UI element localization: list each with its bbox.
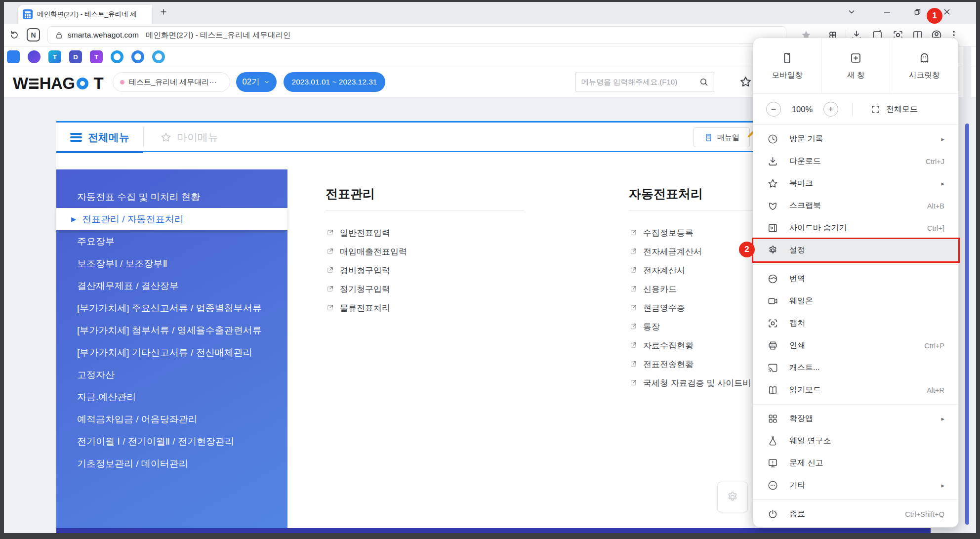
manual-doc-icon bbox=[704, 133, 713, 142]
sidebar-item[interactable]: ▶ 결산재무제표 / 결산장부 bbox=[56, 275, 287, 297]
tab-title-fade bbox=[137, 5, 152, 24]
reload-icon[interactable] bbox=[9, 29, 20, 40]
menu-group-1: 방문 기록 ▸ 다운로드 Ctrl+J ▸ 북마크 ▸ bbox=[753, 125, 958, 264]
browser-menu-item[interactable]: 사이드바 숨기기 Ctrl+] ▸ bbox=[753, 217, 958, 239]
menu-link-item[interactable]: 물류전표처리 bbox=[326, 298, 524, 317]
external-link-icon bbox=[326, 228, 334, 237]
menu-item-label: 종료 bbox=[789, 509, 905, 519]
submenu-arrow-icon: ▸ bbox=[941, 415, 944, 422]
menu-item-icon bbox=[767, 340, 778, 351]
browser-menu-item[interactable]: 기타 ▸ bbox=[753, 474, 958, 497]
menu-item-icon bbox=[767, 156, 778, 167]
menu-item-label: 설정 bbox=[789, 245, 944, 255]
page-settings-float-button[interactable] bbox=[717, 482, 748, 512]
browser-menu-item[interactable]: 설정 ▸ bbox=[753, 239, 958, 261]
bookmark-favicon-wehago[interactable] bbox=[7, 50, 20, 63]
browser-menu-item[interactable]: 스크랩북 Alt+B ▸ bbox=[753, 195, 958, 217]
chevron-down-icon[interactable] bbox=[847, 7, 857, 17]
bookmark-favicon-teal-t[interactable]: T bbox=[48, 50, 61, 63]
menu-link-item[interactable]: 일반전표입력 bbox=[326, 223, 524, 242]
page-scrollbar[interactable] bbox=[963, 46, 971, 533]
zoom-in-button[interactable]: + bbox=[823, 102, 838, 117]
browser-menu-item[interactable]: 종료 Ctrl+Shift+Q ▸ bbox=[753, 503, 958, 525]
minimize-button[interactable] bbox=[882, 7, 892, 17]
bookmark-favicon-ring-3[interactable] bbox=[152, 50, 165, 63]
menu-link-label: 수집정보등록 bbox=[643, 227, 694, 239]
sidebar-item[interactable]: ▶ 전기이월 Ⅰ / 전기이월Ⅱ / 전기현장관리 bbox=[56, 430, 287, 453]
sidebar-item[interactable]: ▶ [부가가치세] 기타신고서류 / 전산매체관리 bbox=[56, 341, 287, 364]
menu-link-item[interactable]: 경비청구입력 bbox=[326, 261, 524, 280]
external-link-icon bbox=[629, 266, 638, 275]
browser-menu-item[interactable]: 확장앱 ▸ bbox=[753, 408, 958, 430]
fullscreen-button[interactable]: 전체모드 bbox=[870, 104, 918, 115]
menu-top-item[interactable]: 시크릿창 bbox=[890, 38, 958, 93]
menu-item-icon bbox=[767, 222, 778, 234]
browser-menu-item[interactable]: 읽기모드 Alt+R ▸ bbox=[753, 379, 958, 401]
search-icon[interactable] bbox=[699, 77, 709, 87]
logo-letters-hag: HAG bbox=[40, 74, 75, 93]
bookmark-favicon-indigo-d[interactable]: D bbox=[69, 50, 82, 63]
browser-menu-item[interactable]: 문제 신고 ▸ bbox=[753, 452, 958, 474]
restore-button[interactable] bbox=[912, 7, 922, 17]
sidebar-item[interactable]: ▶ [부가가치세] 첨부서류 / 영세율수출관련서류 bbox=[56, 319, 287, 341]
sidebar-item[interactable]: ▶ 보조장부Ⅰ / 보조장부Ⅱ bbox=[56, 252, 287, 275]
menu-top-item-label: 모바일창 bbox=[772, 70, 803, 81]
sidebar-item-label: 고정자산 bbox=[77, 364, 115, 386]
menu-search-input[interactable]: 메뉴명을 입력해주세요.(F10) bbox=[575, 73, 715, 91]
sidebar-item[interactable]: ▶ 예적금차입금 / 어음당좌관리 bbox=[56, 408, 287, 430]
browser-menu-item[interactable]: 캐스트... ▸ bbox=[753, 357, 958, 379]
company-selector[interactable]: 테스트_유리네 세무대리··· bbox=[113, 72, 230, 92]
bookmark-favicon-indigo-circle[interactable] bbox=[28, 50, 41, 63]
browser-menu-item[interactable]: 인쇄 Ctrl+P ▸ bbox=[753, 334, 958, 357]
menu-top-item[interactable]: 새 창 bbox=[821, 38, 890, 93]
browser-tab[interactable]: 메인화면(2기) - 테스트_유리네 세 bbox=[18, 5, 152, 24]
sidebar-item[interactable]: ▶ [부가가치세] 주요신고서류 / 업종별첨부서류 bbox=[56, 297, 287, 319]
menu-link-item[interactable]: 정기청구입력 bbox=[326, 280, 524, 298]
manual-button[interactable]: 매뉴얼 bbox=[694, 127, 750, 147]
zoom-out-button[interactable]: − bbox=[766, 102, 781, 117]
sidebar-item[interactable]: ▶ 주요장부 bbox=[56, 230, 287, 252]
bookmark-favicon-ring-2[interactable] bbox=[131, 50, 144, 63]
sidebar-item-label: [부가가치세] 기타신고서류 / 전산매체관리 bbox=[77, 341, 252, 364]
menu-item-icon bbox=[767, 178, 778, 189]
menu-link-label: 전자세금계산서 bbox=[643, 246, 702, 257]
scrollbar-thumb[interactable] bbox=[965, 124, 969, 525]
menu-top-item[interactable]: 모바일창 bbox=[753, 38, 821, 93]
menu-top-item-label: 시크릿창 bbox=[909, 70, 939, 81]
date-range-display[interactable]: 2023.01.01 ~ 2023.12.31 bbox=[284, 72, 385, 92]
title-bar: 메인화면(2기) - 테스트_유리네 세 bbox=[0, 0, 980, 24]
sidebar-item[interactable]: ▶ 전표관리 / 자동전표처리 bbox=[56, 208, 287, 230]
sidebar-item[interactable]: ▶ 기초정보관리 / 데이터관리 bbox=[56, 453, 287, 475]
menu-link-item[interactable]: 매입매출전표입력 bbox=[326, 242, 524, 261]
browser-menu-item[interactable]: 번역 ▸ bbox=[753, 268, 958, 290]
menu-item-icon bbox=[767, 362, 778, 373]
close-button[interactable] bbox=[942, 7, 952, 17]
browser-menu-item[interactable]: 웨일 연구소 ▸ bbox=[753, 430, 958, 452]
wehago-logo[interactable]: W HAG T bbox=[13, 74, 103, 93]
browser-menu-item[interactable]: 웨일온 ▸ bbox=[753, 290, 958, 312]
browser-menu-item[interactable]: 캡처 ▸ bbox=[753, 312, 958, 334]
sidebar-item[interactable]: ▶ 자금.예산관리 bbox=[56, 386, 287, 408]
tab-all-menu[interactable]: 전체메뉴 bbox=[56, 123, 143, 152]
gear-icon bbox=[726, 490, 739, 504]
naver-sidebar-icon[interactable]: N bbox=[27, 28, 40, 41]
browser-menu-item[interactable]: 다운로드 Ctrl+J ▸ bbox=[753, 150, 958, 172]
browser-menu-item[interactable]: 북마크 ▸ bbox=[753, 172, 958, 195]
favorites-star-icon[interactable] bbox=[739, 75, 752, 88]
menu-group-2: 번역 ▸ 웨일온 ▸ 캡처 ▸ bbox=[753, 265, 958, 404]
url-bar[interactable]: smarta.wehagot.com 메인화면(2기) - 테스트_유리네 세무… bbox=[47, 26, 786, 44]
fiscal-period-selector[interactable]: 02기 bbox=[236, 72, 277, 92]
new-tab-button[interactable] bbox=[159, 7, 168, 16]
menu-item-label: 캡처 bbox=[789, 318, 944, 329]
menu-column-voucher: 전표관리 일반전표입력 매입매출전표입력 경비청구입력 bbox=[326, 186, 524, 317]
bookmark-favicon-purple-t[interactable]: T bbox=[90, 50, 103, 63]
fullscreen-icon bbox=[870, 104, 881, 115]
tab-my-menu[interactable]: 마이메뉴 bbox=[143, 123, 235, 152]
sidebar-item-label: 기초정보관리 / 데이터관리 bbox=[77, 453, 188, 475]
lock-icon bbox=[55, 31, 63, 40]
browser-menu-item[interactable]: 방문 기록 ▸ bbox=[753, 128, 958, 150]
menu-link-label: 물류전표처리 bbox=[340, 302, 390, 314]
sidebar-item[interactable]: ▶ 자동전표 수집 및 미처리 현황 bbox=[56, 186, 287, 208]
sidebar-item[interactable]: ▶ 고정자산 bbox=[56, 364, 287, 386]
bookmark-favicon-ring-1[interactable] bbox=[111, 50, 123, 63]
